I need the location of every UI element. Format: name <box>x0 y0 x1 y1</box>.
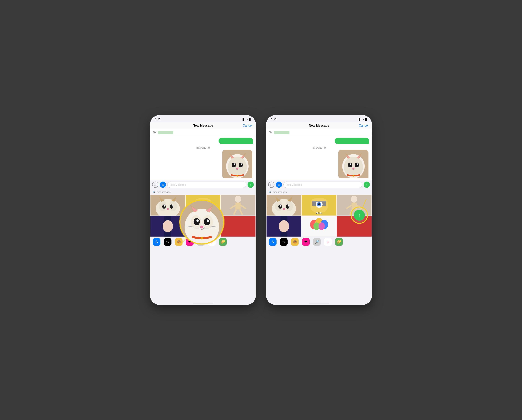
tray-app-store-right[interactable]: A <box>269 238 276 246</box>
cat-image-right <box>338 150 368 178</box>
tray-app-store-left[interactable]: A <box>153 238 161 246</box>
cancel-button-right[interactable]: Cancel <box>359 124 368 128</box>
phone-left: 1:21 ▐▌ ▲ ▊ New Message Cancel To: Today… <box>150 115 256 305</box>
apps-button-right[interactable]: ⊞ <box>276 181 282 188</box>
tray-music-right[interactable]: ♪ <box>324 238 332 246</box>
text-input-placeholder-left: Text Message <box>170 183 186 186</box>
gif-cell-curtain-right[interactable] <box>267 216 301 237</box>
emoji-icon-left: 🐵 <box>177 240 181 244</box>
apple-pay-icon-right: Pay <box>283 241 285 243</box>
mua-text-right: MUA! <box>302 212 337 215</box>
svg-point-120 <box>318 222 325 230</box>
gif-cell-cat-left[interactable] <box>150 195 185 216</box>
gif-cell-minion-right[interactable]: MUA! <box>302 195 337 216</box>
app-tray-right: A Pay 🐵 ❤ 🔎 ♪ 🌮 <box>266 237 372 247</box>
svg-point-81 <box>350 164 351 165</box>
nav-title-right: New Message <box>309 124 329 128</box>
svg-rect-103 <box>312 201 326 202</box>
svg-point-94 <box>280 205 281 207</box>
svg-point-95 <box>288 205 289 207</box>
timestamp-right: Today 1:13 PM <box>269 145 369 150</box>
send-arrow-right: ↑ <box>366 183 368 186</box>
svg-point-9 <box>232 163 236 167</box>
tray-heart-right[interactable]: ❤ <box>302 238 310 246</box>
svg-point-44 <box>167 208 169 210</box>
status-icons-left: ▐▌ ▲ ▊ <box>242 118 251 121</box>
gif-cell-dance-left[interactable] <box>221 195 255 216</box>
gif-cell-cat-right[interactable] <box>267 195 301 216</box>
cat-image-bubble-right <box>338 150 368 178</box>
svg-point-26 <box>207 219 209 222</box>
send-button-highlight: ↑ <box>351 207 368 224</box>
cancel-button-left[interactable]: Cancel <box>243 124 252 128</box>
emoji-icon-right: 🐵 <box>292 240 297 244</box>
status-time-right: 1:21 <box>271 118 277 121</box>
timestamp-left: Today 1:13 PM <box>153 145 253 150</box>
tray-tacocat-left[interactable]: 🌮 <box>219 238 227 246</box>
input-bar-right: ⬡ ⊞ Text Message ↑ <box>266 180 372 189</box>
svg-point-42 <box>164 205 165 207</box>
svg-rect-69 <box>221 216 255 237</box>
music-icon-right: ♪ <box>327 240 329 244</box>
apple-pay-icon-left: Pay <box>167 241 169 243</box>
apps-button-left[interactable]: ⊞ <box>160 181 166 188</box>
svg-point-25 <box>197 219 199 222</box>
gif-cell-red-left[interactable] <box>221 216 255 237</box>
to-field-right[interactable]: To: <box>266 129 372 136</box>
svg-point-24 <box>204 218 210 225</box>
gif-cell-balloons-right[interactable] <box>302 216 337 237</box>
status-bar-left: 1:21 ▐▌ ▲ ▊ <box>150 115 256 122</box>
status-icons-right: ▐▌ ▲ ▊ <box>358 118 367 121</box>
find-images-bar-right[interactable]: 🔍 Find images <box>266 189 372 195</box>
find-images-bar-left[interactable]: 🔍 Find images <box>150 189 256 195</box>
home-indicator-left <box>193 303 213 303</box>
svg-rect-54 <box>236 202 241 210</box>
svg-rect-60 <box>151 216 164 237</box>
tray-apple-pay-right[interactable]: Pay <box>280 238 288 246</box>
text-input-right[interactable]: Text Message <box>284 181 362 188</box>
svg-point-23 <box>193 218 200 225</box>
battery-icon-left: ▊ <box>249 118 251 121</box>
svg-point-53 <box>235 196 241 202</box>
message-area-right: Today 1:13 PM <box>266 136 372 180</box>
svg-point-83 <box>353 168 354 169</box>
svg-point-62 <box>163 220 173 232</box>
sent-bubble-left <box>219 138 253 144</box>
heart-icon-right: ❤ <box>304 240 307 244</box>
globe-icon-right: 🔎 <box>315 240 319 244</box>
status-time-left: 1:21 <box>155 118 161 121</box>
send-arrow-highlight-inner: ↑ <box>354 210 365 221</box>
tray-emoji-left[interactable]: 🐵 <box>175 238 183 246</box>
tray-emoji-right[interactable]: 🐵 <box>291 238 299 246</box>
tray-apple-pay-left[interactable]: Pay <box>164 238 171 246</box>
send-button-right[interactable]: ↑ <box>364 181 370 188</box>
send-arrow-icon-large: ↑ <box>358 213 361 218</box>
send-button-left[interactable]: ↑ <box>247 181 254 188</box>
nav-bar-left: New Message Cancel <box>150 122 256 129</box>
phones-container: 1:21 ▐▌ ▲ ▊ New Message Cancel To: Today… <box>150 115 372 305</box>
svg-point-12 <box>241 164 242 165</box>
zoom-circle-inner <box>180 201 223 243</box>
find-images-text-right: Find images <box>273 190 287 194</box>
svg-point-11 <box>234 164 235 165</box>
to-field-left[interactable]: To: <box>150 129 256 136</box>
app-store-icon-left: A <box>155 240 158 244</box>
to-label-left: To: <box>153 131 156 134</box>
app-store-icon-right: A <box>271 240 274 244</box>
tray-globe-right[interactable]: 🔎 <box>313 238 321 246</box>
tray-tacocat-right[interactable]: 🌮 <box>335 238 343 246</box>
svg-point-40 <box>162 204 166 209</box>
text-input-left[interactable]: Text Message <box>167 181 246 188</box>
camera-button-left[interactable]: ⬡ <box>152 181 158 188</box>
svg-point-74 <box>344 157 363 177</box>
tacocat-icon-left: 🌮 <box>221 240 225 244</box>
svg-point-80 <box>355 163 359 167</box>
message-area-left: Today 1:13 PM <box>150 136 256 180</box>
wifi-icon-right: ▲ <box>362 118 364 121</box>
home-indicator-right <box>309 303 330 303</box>
nav-title-left: New Message <box>193 124 213 128</box>
wifi-icon-left: ▲ <box>246 118 248 121</box>
svg-point-82 <box>357 164 358 165</box>
camera-button-right[interactable]: ⬡ <box>268 181 275 188</box>
svg-point-10 <box>239 163 243 167</box>
